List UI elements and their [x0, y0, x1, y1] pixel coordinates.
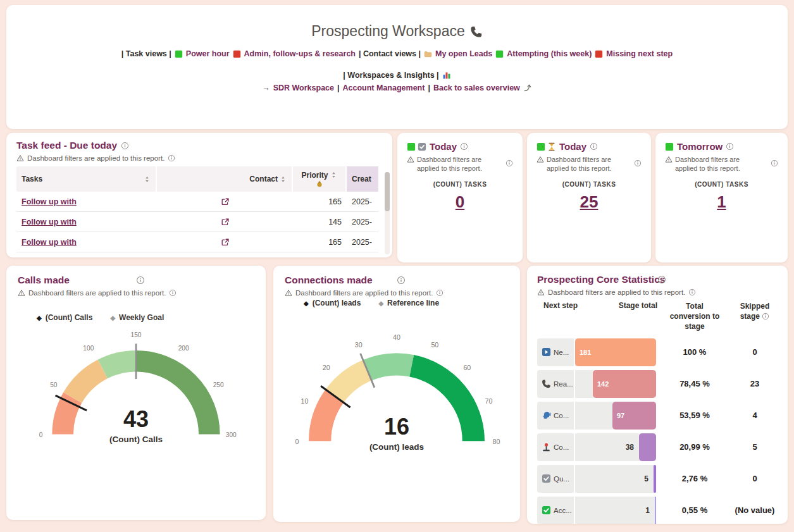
- info-icon[interactable]: [169, 289, 177, 297]
- info-circle-icon[interactable]: [590, 142, 598, 151]
- funnel-stage-label[interactable]: Co...: [537, 433, 574, 461]
- svg-text:200: 200: [178, 345, 189, 352]
- nav-link-account-management[interactable]: Account Management: [343, 84, 425, 92]
- metric-label: (COUNT) TASKS: [407, 181, 513, 188]
- info-circle-icon[interactable]: [506, 159, 513, 167]
- funnel-stage-label[interactable]: Acc...: [537, 497, 574, 524]
- nav-link-back-to-sales-overview[interactable]: Back to sales overview: [433, 84, 520, 92]
- prospecting-core-statistics-card: Prospecting Core Statistics Dashboard fi…: [527, 266, 788, 524]
- created-date: 2025-: [347, 218, 378, 226]
- column-header-contact[interactable]: Contact: [157, 166, 293, 192]
- svg-text:40: 40: [393, 333, 400, 341]
- warning-triangle-icon: [537, 156, 544, 163]
- nav-link-attempting-this-week-[interactable]: Attempting (this week): [495, 49, 592, 58]
- info-circle-icon[interactable]: [771, 159, 778, 167]
- created-date: 2025-: [347, 238, 378, 247]
- phone-icon: [542, 379, 551, 388]
- external-link-icon[interactable]: [221, 218, 230, 226]
- nav-link-missing-next-step[interactable]: Missing next step: [595, 49, 673, 58]
- task-count-value[interactable]: 25: [537, 192, 642, 212]
- warning-triangle-icon: [665, 156, 673, 163]
- info-icon[interactable]: [436, 289, 444, 297]
- warning-icon: [18, 289, 25, 297]
- column-header-created[interactable]: Creat: [347, 166, 378, 192]
- external-link-icon[interactable]: [221, 238, 230, 247]
- nav-link-my-open-leads[interactable]: My open Leads: [424, 49, 492, 58]
- tasks-due-today-card: TodayDashboard filters are applied to th…: [527, 133, 651, 263]
- column-header-priority[interactable]: Priority: [293, 166, 347, 192]
- task-link[interactable]: Follow up with: [22, 197, 77, 206]
- phone-icon: [470, 25, 483, 38]
- conversion-value: 20,99 %: [657, 442, 732, 452]
- nav-link-admin-follow-ups-research[interactable]: Admin, follow-ups & research: [233, 49, 356, 58]
- task-count-value[interactable]: 0: [407, 192, 513, 212]
- task-row: Follow up with1652025-: [16, 232, 378, 252]
- nav-text: | Contact views |: [359, 49, 421, 58]
- nav-workspace-links: →SDR Workspace|Account Management|Back t…: [6, 84, 788, 92]
- funnel-bar[interactable]: 142: [593, 370, 656, 398]
- play-icon: [542, 347, 551, 357]
- svg-text:60: 60: [463, 364, 471, 371]
- nav-link-power-hour[interactable]: Power hour: [175, 49, 230, 58]
- funnel-stage-label[interactable]: Co...: [537, 402, 574, 430]
- funnel-bar-track: 1: [575, 497, 656, 524]
- task-link[interactable]: Follow up with: [22, 218, 77, 226]
- partial-row: [16, 252, 378, 257]
- funnel-stage-label[interactable]: Qu...: [537, 465, 574, 493]
- legend-item-weekly-goal[interactable]: ◆ Weekly Goal: [110, 313, 164, 322]
- task-feed-card: Task feed - Due today Dashboard filters …: [6, 133, 392, 257]
- card-icons: [537, 142, 556, 151]
- funnel-bar[interactable]: [639, 433, 656, 461]
- task-count-value[interactable]: 1: [665, 192, 778, 212]
- svg-text:50: 50: [431, 341, 438, 349]
- info-icon[interactable]: [397, 276, 406, 285]
- folder-icon: [424, 50, 432, 58]
- info-icon[interactable]: [657, 275, 666, 284]
- funnel-stage-label[interactable]: Rea...: [537, 370, 574, 398]
- gauge-legend: ◆ (Count) leads ◆ Reference line: [304, 299, 509, 307]
- task-row: Follow up with1452025-: [16, 212, 378, 232]
- hourglass-icon: [547, 142, 556, 151]
- info-icon[interactable]: [136, 276, 145, 285]
- nav-task-views: | Task views |Power hourAdmin, follow-up…: [6, 49, 788, 58]
- sort-icon[interactable]: [280, 176, 287, 183]
- card-title: Tomorrow: [677, 141, 723, 152]
- external-link-icon[interactable]: [221, 197, 230, 206]
- info-circle-icon[interactable]: [460, 142, 468, 151]
- skipped-value: 5: [732, 442, 778, 452]
- stage-total-value: 181: [580, 349, 591, 356]
- info-icon[interactable]: [121, 142, 129, 150]
- green-square-icon: [495, 50, 504, 58]
- table-scrollbar: [385, 172, 390, 254]
- legend-item-reference-line[interactable]: ◆ Reference line: [378, 299, 439, 307]
- funnel-stage-label[interactable]: Ne...: [537, 338, 574, 366]
- red-square-icon: [595, 50, 603, 58]
- created-date: 2025-: [347, 197, 378, 206]
- info-icon[interactable]: [168, 154, 175, 162]
- funnel-bar[interactable]: [654, 465, 656, 493]
- sort-icon[interactable]: [144, 176, 151, 183]
- scrollbar-thumb[interactable]: [385, 172, 390, 211]
- connections-gauge-chart: 0102030405060708016(Count) leads: [285, 333, 509, 452]
- green-square-icon: [537, 142, 545, 151]
- funnel-bar[interactable]: 181: [575, 338, 656, 366]
- warning-icon: [537, 288, 545, 296]
- info-circle-icon[interactable]: [634, 159, 642, 167]
- nav-link-sdr-workspace[interactable]: SDR Workspace: [273, 84, 334, 92]
- funnel-bar[interactable]: 97: [612, 402, 656, 430]
- stage-total-value: 97: [617, 412, 624, 419]
- column-header-tasks[interactable]: Tasks: [16, 166, 157, 192]
- check-gray-icon: [418, 142, 426, 151]
- info-icon[interactable]: [688, 288, 696, 296]
- metric-label: (COUNT) TASKS: [665, 181, 778, 188]
- info-circle-icon[interactable]: [726, 142, 734, 151]
- task-link[interactable]: Follow up with: [22, 238, 77, 247]
- funnel-row: Co...3820,99 %5: [537, 433, 778, 461]
- sort-icon[interactable]: [330, 171, 337, 178]
- warning-triangle-icon: [407, 156, 414, 163]
- legend-item-count-calls[interactable]: ◆ (Count) Calls: [37, 313, 92, 322]
- funnel-bar[interactable]: [655, 497, 656, 524]
- legend-item-count-leads[interactable]: ◆ (Count) leads: [304, 299, 361, 307]
- info-icon[interactable]: [762, 312, 769, 320]
- funnel-row: Co...9753,59 %4: [537, 402, 778, 430]
